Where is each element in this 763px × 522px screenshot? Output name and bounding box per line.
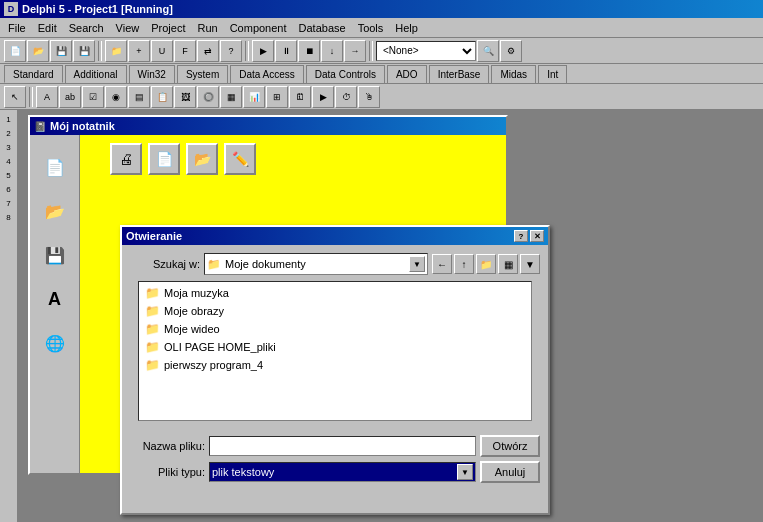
run-btn[interactable]: ▶ [252, 40, 274, 62]
nazwa-row: Nazwa pliku: Otwórz [130, 435, 540, 457]
tab-midas[interactable]: Midas [491, 65, 536, 83]
anuluj-btn[interactable]: Anuluj [480, 461, 540, 483]
comp3[interactable]: ☑ [82, 86, 104, 108]
comp14[interactable]: ⏱ [335, 86, 357, 108]
pointer-tool[interactable]: ↖ [4, 86, 26, 108]
component-dropdown[interactable]: <None> [376, 41, 476, 61]
comp6[interactable]: 📋 [151, 86, 173, 108]
new-btn[interactable]: 📄 [4, 40, 26, 62]
comp13[interactable]: ▶ [312, 86, 334, 108]
file-item[interactable]: 📁 pierwszy program_4 [141, 356, 529, 374]
dialog-bottom: Nazwa pliku: Otwórz Pliki typu: plik tek… [122, 429, 548, 493]
file-item[interactable]: 📁 Moje wideo [141, 320, 529, 338]
menu-help[interactable]: Help [389, 20, 424, 36]
save-btn[interactable]: 💾 [50, 40, 72, 62]
file-item[interactable]: 📁 OLI PAGE HOME_pliki [141, 338, 529, 356]
tab-additional[interactable]: Additional [65, 65, 127, 83]
nav-view-btn[interactable]: ▦ [498, 254, 518, 274]
moj-notatnik-title-text: Mój notatnik [50, 120, 115, 132]
sidebar-open-icon[interactable]: 📂 [43, 199, 67, 223]
toggle-btn[interactable]: ⇄ [197, 40, 219, 62]
tab-ado[interactable]: ADO [387, 65, 427, 83]
comp1[interactable]: A [36, 86, 58, 108]
comp8[interactable]: 🔘 [197, 86, 219, 108]
szukaj-row: Szukaj w: 📁 Moje dokumenty ▼ ← ↑ 📁 ▦ [130, 253, 540, 275]
view-forms-btn[interactable]: F [174, 40, 196, 62]
file-name-4: OLI PAGE HOME_pliki [164, 341, 276, 353]
comp11[interactable]: ⊞ [266, 86, 288, 108]
moj-openfile-btn[interactable]: 📂 [186, 143, 218, 175]
sep3 [369, 41, 373, 61]
app-icon: D [4, 2, 18, 16]
moj-savefile-btn[interactable]: ✏️ [224, 143, 256, 175]
pause-btn[interactable]: ⏸ [275, 40, 297, 62]
moj-newpage-btn[interactable]: 📄 [148, 143, 180, 175]
view-units-btn[interactable]: U [151, 40, 173, 62]
comp4[interactable]: ◉ [105, 86, 127, 108]
open-btn[interactable]: 📂 [27, 40, 49, 62]
inspect1-btn[interactable]: 🔍 [477, 40, 499, 62]
szukaj-dropdown-arrow[interactable]: ▼ [409, 256, 425, 272]
menu-project[interactable]: Project [145, 20, 191, 36]
comp15[interactable]: 🖱 [358, 86, 380, 108]
menu-run[interactable]: Run [191, 20, 223, 36]
trace-btn[interactable]: ↓ [321, 40, 343, 62]
step-btn[interactable]: → [344, 40, 366, 62]
tab-system[interactable]: System [177, 65, 228, 83]
menu-database[interactable]: Database [293, 20, 352, 36]
ruler-mark-6: 6 [6, 182, 10, 196]
sidebar-save-icon[interactable]: 💾 [43, 243, 67, 267]
tab-interbase[interactable]: InterBase [429, 65, 490, 83]
comp2[interactable]: ab [59, 86, 81, 108]
tab-data-controls[interactable]: Data Controls [306, 65, 385, 83]
ruler-mark-8: 8 [6, 210, 10, 224]
tab-int[interactable]: Int [538, 65, 567, 83]
comp10[interactable]: 📊 [243, 86, 265, 108]
comp12[interactable]: 🗓 [289, 86, 311, 108]
pliki-dropdown[interactable]: plik tekstowy ▼ [209, 462, 476, 482]
file-item[interactable]: 📁 Moje obrazy [141, 302, 529, 320]
otworz-btn[interactable]: Otwórz [480, 435, 540, 457]
menu-search[interactable]: Search [63, 20, 110, 36]
file-icon-3: 📁 [145, 322, 160, 336]
help-title-btn[interactable]: ? [514, 230, 528, 242]
inspect2-btn[interactable]: ⚙ [500, 40, 522, 62]
tab-data-access[interactable]: Data Access [230, 65, 304, 83]
pliki-dropdown-arrow[interactable]: ▼ [457, 464, 473, 480]
add-file-btn[interactable]: + [128, 40, 150, 62]
close-title-btn[interactable]: ✕ [530, 230, 544, 242]
szukaj-dropdown[interactable]: 📁 Moje dokumenty ▼ [204, 253, 428, 275]
comp7[interactable]: 🖼 [174, 86, 196, 108]
open-proj-btn[interactable]: 📁 [105, 40, 127, 62]
file-icon-1: 📁 [145, 286, 160, 300]
menu-view[interactable]: View [110, 20, 146, 36]
nav-new-folder-btn[interactable]: 📁 [476, 254, 496, 274]
nav-more-btn[interactable]: ▼ [520, 254, 540, 274]
menu-component[interactable]: Component [224, 20, 293, 36]
nazwa-input[interactable] [209, 436, 476, 456]
sidebar-text-icon[interactable]: A [43, 287, 67, 311]
comp9[interactable]: ▦ [220, 86, 242, 108]
tab-standard[interactable]: Standard [4, 65, 63, 83]
ruler-mark-7: 7 [6, 196, 10, 210]
help-btn[interactable]: ? [220, 40, 242, 62]
moj-notatnik-titlebar[interactable]: 📓 Mój notatnik [30, 117, 506, 135]
stop-btn[interactable]: ⏹ [298, 40, 320, 62]
ruler-mark-4: 4 [6, 154, 10, 168]
szukaj-label: Szukaj w: [130, 258, 200, 270]
menu-tools[interactable]: Tools [352, 20, 390, 36]
otwieranie-body: Szukaj w: 📁 Moje dokumenty ▼ ← ↑ 📁 ▦ [122, 245, 548, 429]
save-all-btn[interactable]: 💾 [73, 40, 95, 62]
comp5[interactable]: ▤ [128, 86, 150, 108]
tab-win32[interactable]: Win32 [129, 65, 175, 83]
file-list[interactable]: 📁 Moja muzyka 📁 Moje obrazy 📁 Moje wideo [138, 281, 532, 421]
file-item[interactable]: 📁 Moja muzyka [141, 284, 529, 302]
sidebar-image-icon[interactable]: 🌐 [43, 331, 67, 355]
moj-print-btn[interactable]: 🖨 [110, 143, 142, 175]
menu-file[interactable]: File [2, 20, 32, 36]
menu-edit[interactable]: Edit [32, 20, 63, 36]
sidebar-new-icon[interactable]: 📄 [43, 155, 67, 179]
nav-back-btn[interactable]: ← [432, 254, 452, 274]
file-icon-5: 📁 [145, 358, 160, 372]
nav-up-btn[interactable]: ↑ [454, 254, 474, 274]
